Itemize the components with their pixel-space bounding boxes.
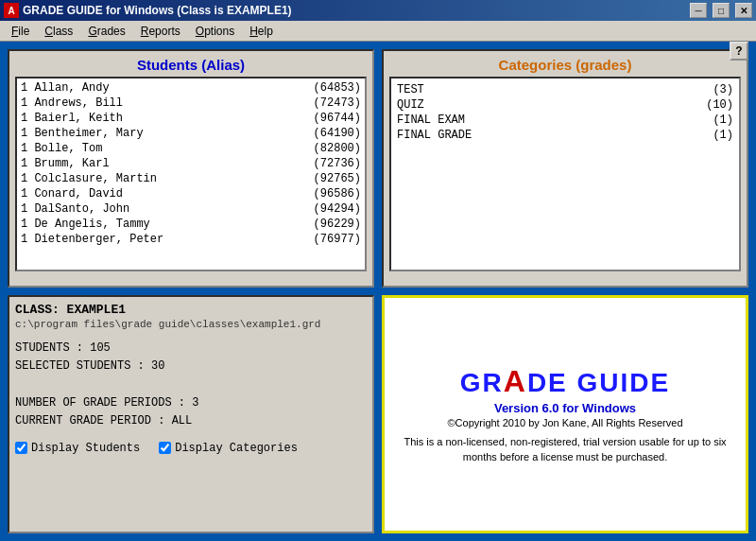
logo-copyright: ©Copyright 2010 by Jon Kane, All Rights …: [447, 417, 682, 428]
restore-button[interactable]: □: [713, 3, 730, 18]
students-count: STUDENTS : 105: [15, 340, 367, 358]
display-students-checkbox[interactable]: [15, 442, 27, 454]
main-content: Students (Alias) 1 Allan, Andy(64853)1 A…: [0, 42, 756, 541]
list-item[interactable]: TEST(3): [395, 82, 735, 97]
list-item[interactable]: 1 Andrews, Bill(72473): [19, 96, 363, 111]
list-item[interactable]: 1 Colclasure, Martin(92765): [19, 171, 363, 186]
logo-title-post: DE GUIDE: [527, 368, 670, 397]
menu-options[interactable]: Options: [188, 23, 242, 40]
list-item[interactable]: QUIZ(10): [395, 97, 735, 113]
app-icon: A: [4, 3, 19, 18]
logo-description: This is a non-licensed, non-registered, …: [394, 434, 736, 465]
list-item[interactable]: FINAL GRADE(1): [395, 128, 735, 143]
list-item[interactable]: 1 De Angelis, Tammy(96229): [19, 217, 363, 232]
list-item[interactable]: 1 Allan, Andy(64853): [19, 80, 363, 96]
list-item[interactable]: 1 Conard, David(96586): [19, 186, 363, 201]
menu-file[interactable]: File: [4, 23, 37, 40]
class-path: c:\program files\grade guide\classes\exa…: [15, 319, 367, 330]
list-item[interactable]: 1 DalSanto, John(94294): [19, 201, 363, 217]
class-info: STUDENTS : 105 SELECTED STUDENTS : 30 NU…: [15, 340, 367, 430]
display-students-checkbox-label[interactable]: Display Students: [15, 442, 140, 455]
categories-title: Categories (grades): [389, 57, 741, 73]
list-item[interactable]: 1 Baierl, Keith(96744): [19, 111, 363, 126]
students-title: Students (Alias): [15, 57, 367, 73]
logo-title: GRADE GUIDE: [460, 364, 670, 399]
minimize-button[interactable]: ─: [690, 3, 707, 18]
list-item[interactable]: FINAL EXAM(1): [395, 113, 735, 128]
checkbox-row: Display Students Display Categories: [15, 442, 367, 455]
logo-title-a: A: [504, 364, 527, 398]
title-text: GRADE GUIDE for Windows (Class is EXAMPL…: [23, 4, 684, 17]
students-panel: Students (Alias) 1 Allan, Andy(64853)1 A…: [8, 49, 374, 288]
categories-listbox[interactable]: TEST(3)QUIZ(10)FINAL EXAM(1)FINAL GRADE(…: [389, 77, 741, 271]
logo-panel: GRADE GUIDE Version 6.0 for Windows ©Cop…: [382, 295, 748, 533]
menu-grades[interactable]: Grades: [80, 23, 132, 40]
display-categories-checkbox[interactable]: [159, 442, 171, 454]
help-button[interactable]: ?: [730, 42, 748, 61]
list-item[interactable]: 1 Dietenberger, Peter(76977): [19, 232, 363, 247]
students-listbox[interactable]: 1 Allan, Andy(64853)1 Andrews, Bill(7247…: [15, 77, 367, 271]
menu-help[interactable]: Help: [242, 23, 281, 40]
close-button[interactable]: ✕: [735, 3, 752, 18]
selected-count: SELECTED STUDENTS : 30: [15, 358, 367, 375]
list-item[interactable]: 1 Bentheimer, Mary(64190): [19, 126, 363, 141]
display-categories-checkbox-label[interactable]: Display Categories: [159, 442, 298, 455]
title-bar: A GRADE GUIDE for Windows (Class is EXAM…: [0, 0, 756, 21]
menu-bar: File Class Grades Reports Options Help: [0, 21, 756, 42]
menu-class[interactable]: Class: [37, 23, 80, 40]
list-item[interactable]: 1 Bolle, Tom(82800): [19, 141, 363, 156]
current-period: CURRENT GRADE PERIOD : ALL: [15, 412, 367, 430]
categories-panel: Categories (grades) TEST(3)QUIZ(10)FINAL…: [382, 49, 748, 288]
logo-title-pre: GR: [460, 368, 504, 397]
class-panel: CLASS: EXAMPLE1 c:\program files\grade g…: [8, 295, 374, 533]
logo-version: Version 6.0 for Windows: [494, 401, 636, 415]
class-title: CLASS: EXAMPLE1: [15, 303, 367, 317]
list-item[interactable]: 1 Brumm, Karl(72736): [19, 156, 363, 171]
display-students-label: Display Students: [31, 442, 140, 455]
display-categories-label: Display Categories: [175, 442, 298, 455]
periods-count: NUMBER OF GRADE PERIODS : 3: [15, 394, 367, 412]
menu-reports[interactable]: Reports: [133, 23, 188, 40]
